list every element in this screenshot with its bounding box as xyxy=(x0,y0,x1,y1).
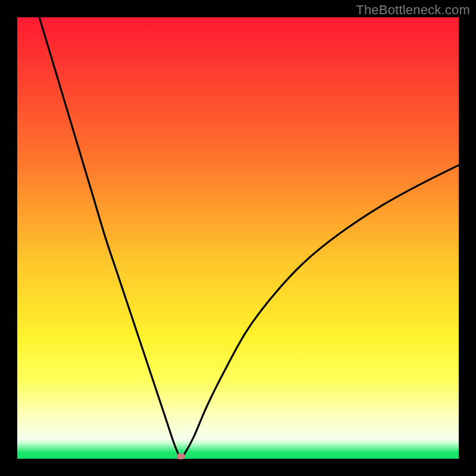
watermark-text: TheBottleneck.com xyxy=(356,2,470,18)
optimum-marker xyxy=(177,453,185,459)
gradient-background xyxy=(17,17,459,459)
bottleneck-chart xyxy=(17,17,459,459)
chart-frame xyxy=(17,17,459,459)
